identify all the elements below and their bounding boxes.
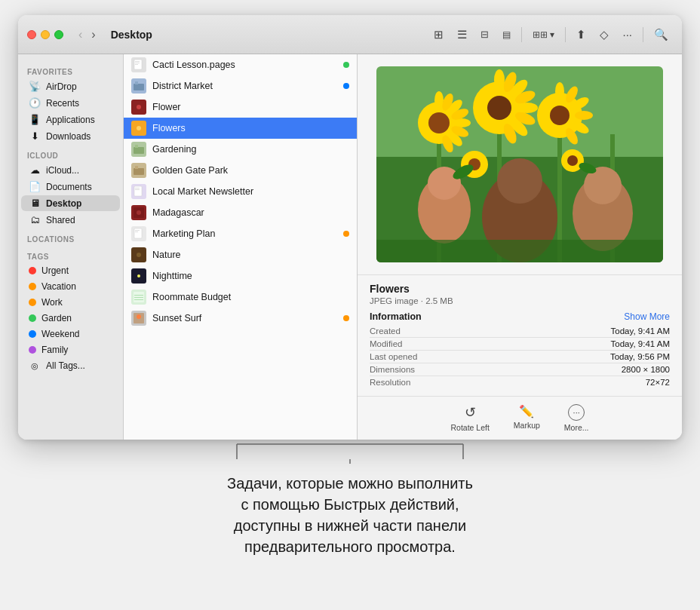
svg-point-75 — [567, 155, 578, 166]
svg-rect-27 — [134, 295, 143, 296]
more-icon: ··· — [568, 404, 585, 421]
sidebar-item-downloads[interactable]: ⬇ Downloads — [21, 128, 120, 144]
field-label-last-opened: Last opened — [370, 351, 505, 363]
sidebar-item-urgent[interactable]: Urgent — [21, 263, 120, 278]
field-value-last-opened: Today, 9:56 PM — [505, 351, 670, 363]
file-row-nighttime[interactable]: Nighttime — [124, 265, 357, 287]
file-row-local-market[interactable]: Local Market Newsletter — [124, 181, 357, 202]
search-button[interactable]: 🔍 — [649, 25, 673, 44]
sidebar-item-all-tags-label: All Tags... — [46, 360, 85, 371]
group-by-button[interactable]: ⊞⊞ ▾ — [528, 26, 559, 43]
sidebar-item-desktop[interactable]: 🖥 Desktop — [21, 195, 120, 211]
svg-point-7 — [137, 105, 141, 109]
sidebar-item-documents[interactable]: 📄 Documents — [21, 179, 120, 195]
column-view-button[interactable]: ⊟ — [476, 26, 493, 43]
sidebar-item-applications[interactable]: 📱 Applications — [21, 112, 120, 127]
sidebar-item-vacation-label: Vacation — [41, 281, 76, 292]
svg-rect-5 — [135, 81, 138, 84]
more-button[interactable]: ··· More... — [564, 404, 589, 432]
all-tags-icon: ◎ — [29, 361, 41, 371]
markup-button[interactable]: ✏️ Markup — [514, 404, 540, 432]
back-button[interactable]: ‹ — [75, 26, 85, 43]
weekend-dot — [29, 330, 36, 338]
sidebar-item-vacation[interactable]: Vacation — [21, 279, 120, 294]
file-row-madagascar[interactable]: Madagascar — [124, 202, 357, 223]
sidebar-item-all-tags[interactable]: ◎ All Tags... — [21, 358, 120, 373]
sidebar-item-weekend[interactable]: Weekend — [21, 326, 120, 342]
file-row-cacti[interactable]: Cacti Lesson.pages — [124, 54, 357, 75]
file-name-gardening: Gardening — [152, 144, 349, 155]
svg-point-60 — [555, 82, 564, 100]
desktop-icon: 🖥 — [29, 198, 41, 209]
svg-point-52 — [517, 103, 538, 113]
file-row-flower[interactable]: Flower — [124, 97, 357, 118]
rotate-left-button[interactable]: ↺ Rotate Left — [450, 404, 489, 432]
file-icon-flower — [131, 100, 146, 115]
svg-point-42 — [453, 118, 471, 127]
svg-rect-78 — [376, 240, 663, 262]
sidebar-item-family-label: Family — [41, 345, 68, 355]
sidebar-item-airdrop[interactable]: 📡 AirDrop — [21, 78, 120, 94]
svg-rect-20 — [135, 230, 140, 231]
minimize-button[interactable] — [41, 30, 50, 39]
annotation-text: Задачи, которые можно выполнить с помощь… — [227, 473, 473, 557]
svg-rect-3 — [135, 64, 138, 65]
close-button[interactable] — [27, 30, 36, 39]
icon-view-button[interactable]: ⊞ — [429, 25, 448, 44]
file-row-district[interactable]: District Market — [124, 75, 357, 97]
sidebar-item-recents-label: Recents — [46, 98, 79, 109]
preview-image — [376, 66, 663, 262]
file-dot-sunset — [343, 315, 349, 321]
tags-section-label: Tags — [18, 248, 123, 262]
toolbar-icons: ⊞ ☰ ⊟ ▤ ⊞⊞ ▾ ⬆ — [429, 25, 673, 44]
icon-view-icon: ⊞ — [434, 28, 444, 41]
preview-image-container — [358, 54, 682, 274]
sidebar-item-icloud[interactable]: ☁ iCloud... — [21, 162, 120, 178]
sidebar-item-shared[interactable]: 🗂 Shared — [21, 212, 120, 228]
svg-rect-16 — [135, 189, 140, 190]
table-row-dimensions: Dimensions 2800 × 1800 — [370, 363, 670, 376]
share-button[interactable]: ⬆ — [572, 25, 591, 44]
file-row-sunset[interactable]: Sunset Surf — [124, 308, 357, 329]
list-view-button[interactable]: ☰ — [453, 25, 471, 44]
annotation-container: Задачи, которые можно выполнить с помощь… — [18, 443, 682, 557]
more-options-button[interactable]: ··· — [618, 25, 637, 44]
sidebar: Favorites 📡 AirDrop 🕐 Recents 📱 Applicat… — [18, 54, 124, 440]
fullscreen-button[interactable] — [54, 30, 63, 39]
svg-point-31 — [137, 314, 141, 319]
shared-icon: 🗂 — [29, 214, 41, 225]
field-value-dimensions: 2800 × 1800 — [505, 363, 670, 376]
table-row-modified: Modified Today, 9:41 AM — [370, 338, 670, 351]
toolbar-separator-1 — [521, 27, 522, 42]
sidebar-item-garden-label: Garden — [41, 313, 72, 323]
svg-point-9 — [137, 126, 141, 130]
file-row-gardening[interactable]: Gardening — [124, 139, 357, 160]
svg-point-59 — [550, 106, 570, 125]
window-title: Desktop — [111, 29, 152, 41]
file-row-roommate[interactable]: Roommate Budget — [124, 287, 357, 308]
nav-buttons: ‹ › — [75, 26, 99, 43]
rotate-left-icon: ↺ — [465, 404, 476, 421]
sidebar-item-family[interactable]: Family — [21, 342, 120, 357]
svg-rect-4 — [134, 84, 144, 90]
gallery-view-button[interactable]: ▤ — [498, 26, 515, 43]
file-name-flowers: Flowers — [152, 123, 349, 133]
tag-button[interactable]: ◇ — [595, 25, 613, 44]
show-more-link[interactable]: Show More — [624, 311, 670, 322]
sidebar-item-recents[interactable]: 🕐 Recents — [21, 95, 120, 111]
file-row-golden-gate[interactable]: Golden Gate Park — [124, 160, 357, 181]
file-row-marketing[interactable]: Marketing Plan — [124, 223, 357, 244]
svg-rect-1 — [135, 61, 140, 62]
file-name-marketing: Marketing Plan — [152, 228, 337, 239]
sidebar-item-desktop-label: Desktop — [46, 198, 81, 209]
forward-button[interactable]: › — [88, 26, 98, 43]
sidebar-item-work[interactable]: Work — [21, 295, 120, 310]
svg-point-39 — [428, 112, 450, 133]
preview-pane: Flowers JPEG image · 2.5 MB Information … — [358, 54, 682, 440]
sidebar-item-garden[interactable]: Garden — [21, 311, 120, 326]
more-label: More... — [564, 423, 589, 432]
file-row-nature[interactable]: Nature — [124, 244, 357, 265]
file-row-flowers[interactable]: Flowers — [124, 118, 357, 139]
svg-rect-12 — [134, 168, 144, 175]
file-name-cacti: Cacti Lesson.pages — [152, 60, 337, 70]
